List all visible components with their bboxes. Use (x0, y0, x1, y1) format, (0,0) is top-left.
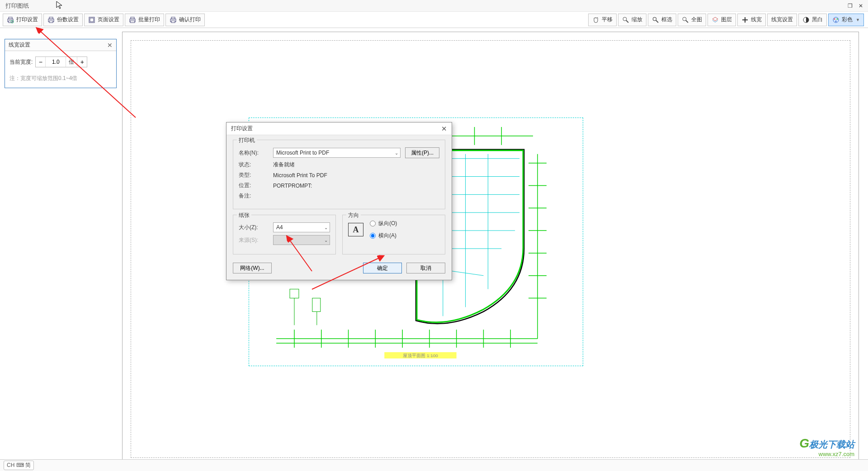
line-width-button[interactable]: 线宽 (737, 14, 766, 26)
zoom-all-button[interactable]: 全图 (678, 14, 706, 26)
layers-icon (712, 16, 719, 24)
print-settings-dialog: 打印设置 ✕ 打印机 名称(N): Microsoft Print to PDF… (226, 122, 452, 280)
title-bar: 打印图纸 ❐ ✕ (0, 0, 868, 12)
svg-rect-2 (9, 21, 12, 23)
printer-properties-button[interactable]: 属性(P)... (405, 147, 439, 158)
stepper-plus-button[interactable]: + (77, 57, 87, 67)
width-stepper: − 倍 + (35, 57, 87, 67)
status-bar: CH ⌨ 简 (0, 459, 868, 471)
svg-rect-5 (49, 17, 53, 19)
paper-source-label: 来源(S): (239, 236, 269, 244)
ime-indicator[interactable]: CH ⌨ 简 (4, 461, 34, 470)
orient-fieldset: 方向 A 纵向(O) 横向(A) (342, 215, 445, 254)
copies-settings-button[interactable]: 份数设置 (43, 14, 83, 26)
network-button[interactable]: 网络(W)... (233, 263, 272, 273)
page-icon (88, 16, 95, 24)
printer-copies-icon (47, 16, 55, 24)
line-width-panel: 线宽设置 ✕ 当前宽度: − 倍 + 注：宽度可缩放范围0.1~4倍 (5, 39, 117, 88)
black-white-button[interactable]: 黑白 (798, 14, 827, 26)
paper-size-label: 大小(Z): (239, 224, 269, 231)
printer-where-value: PORTPROMPT: (273, 183, 312, 189)
panel-note: 注：宽度可缩放范围0.1~4倍 (5, 73, 116, 88)
svg-rect-10 (131, 17, 134, 19)
chevron-down-icon: ⌄ (395, 151, 398, 155)
svg-rect-6 (49, 21, 53, 23)
svg-rect-19 (653, 18, 656, 20)
printer-comment-label: 备注: (239, 192, 269, 200)
width-input[interactable] (46, 57, 66, 67)
ok-button[interactable]: 确定 (363, 263, 402, 273)
restore-icon[interactable]: ❐ (846, 3, 854, 9)
svg-line-16 (626, 20, 628, 23)
svg-rect-1 (9, 17, 12, 19)
layers-button[interactable]: 图层 (708, 14, 736, 26)
chevron-down-icon: ⌄ (324, 225, 328, 230)
batch-print-button[interactable]: 批量打印 (125, 14, 164, 26)
printer-legend: 打印机 (237, 137, 257, 144)
window-controls: ❐ ✕ (846, 3, 864, 9)
paper-source-select: ⌄ (273, 235, 330, 245)
printer-check-icon (170, 16, 177, 24)
printer-name-select[interactable]: Microsoft Print to PDF⌄ (273, 148, 401, 158)
bw-icon (802, 16, 810, 24)
panel-close-icon[interactable]: ✕ (107, 42, 113, 49)
confirm-print-button[interactable]: 确认打印 (165, 14, 205, 26)
svg-rect-64 (312, 298, 321, 312)
printer-type-value: Microsoft Print To PDF (273, 172, 327, 179)
color-button[interactable]: 彩色▼ (828, 14, 864, 26)
panel-header: 线宽设置 ✕ (5, 39, 116, 51)
cancel-button[interactable]: 取消 (406, 263, 445, 273)
printer-status-label: 状态: (239, 161, 269, 169)
plus-icon (741, 16, 749, 24)
orientation-icon: A (348, 223, 363, 236)
zoom-all-icon (682, 16, 689, 24)
dialog-title-bar[interactable]: 打印设置 ✕ (226, 122, 452, 135)
chevron-down-icon: ▼ (856, 18, 860, 22)
svg-point-20 (683, 17, 686, 21)
window-title: 打印图纸 (5, 2, 29, 10)
zoom-rect-icon (652, 16, 659, 24)
svg-rect-8 (90, 18, 94, 22)
svg-rect-63 (290, 289, 299, 298)
printer-where-label: 位置: (239, 182, 269, 189)
stepper-minus-button[interactable]: − (36, 57, 46, 67)
dialog-close-icon[interactable]: ✕ (441, 125, 447, 133)
svg-line-18 (656, 20, 658, 23)
close-icon[interactable]: ✕ (857, 3, 864, 9)
printer-batch-icon (129, 16, 136, 24)
svg-point-28 (835, 20, 837, 22)
drawing-caption: 屋顶平面图 1:100 (403, 353, 438, 358)
svg-line-21 (686, 20, 688, 23)
chevron-down-icon: ⌄ (324, 238, 328, 243)
print-settings-button[interactable]: 打印设置 (3, 14, 42, 26)
printer-type-label: 类型: (239, 171, 269, 179)
svg-rect-14 (171, 21, 175, 23)
svg-point-26 (834, 18, 835, 19)
line-width-settings-button[interactable]: 线宽设置 (767, 14, 797, 26)
svg-point-15 (623, 17, 627, 21)
paper-legend: 纸张 (237, 212, 251, 219)
paper-size-select[interactable]: A4⌄ (273, 222, 330, 232)
zoom-button[interactable]: 缩放 (618, 14, 646, 26)
watermark: G极光下载站 www.xz7.com (799, 436, 854, 457)
cursor-icon (56, 1, 62, 9)
printer-gear-icon (7, 16, 14, 24)
color-icon (832, 16, 840, 24)
current-width-label: 当前宽度: (9, 58, 33, 66)
landscape-radio[interactable]: 横向(A) (370, 232, 397, 240)
hand-icon (592, 16, 599, 24)
page-settings-button[interactable]: 页面设置 (84, 14, 123, 26)
width-unit: 倍 (66, 57, 77, 67)
printer-name-label: 名称(N): (239, 149, 269, 157)
portrait-radio[interactable]: 纵向(O) (370, 220, 397, 227)
orient-legend: 方向 (346, 212, 361, 219)
printer-fieldset: 打印机 名称(N): Microsoft Print to PDF⌄ 属性(P)… (233, 140, 445, 209)
svg-point-27 (837, 18, 838, 19)
svg-rect-13 (171, 17, 175, 19)
zoom-rect-button[interactable]: 框选 (648, 14, 676, 26)
printer-status-value: 准备就绪 (273, 161, 295, 169)
panel-title: 线宽设置 (9, 41, 30, 49)
svg-rect-11 (130, 21, 135, 23)
pan-button[interactable]: 平移 (588, 14, 617, 26)
zoom-icon (622, 16, 629, 24)
